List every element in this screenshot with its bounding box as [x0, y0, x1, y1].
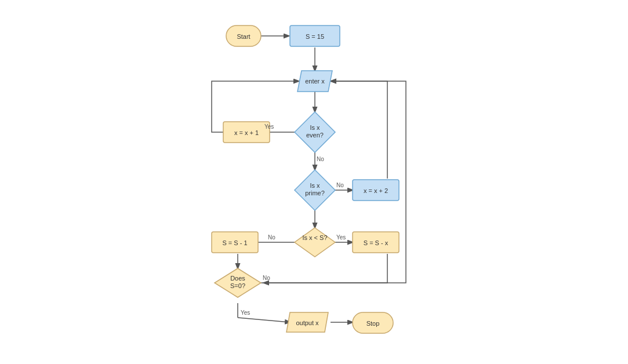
svg-text:S = S - x: S = S - x	[364, 239, 389, 246]
svg-text:No: No	[317, 156, 324, 162]
svg-text:Start: Start	[237, 33, 250, 40]
svg-text:Does: Does	[230, 275, 245, 282]
svg-text:x = x + 1: x = x + 1	[234, 129, 259, 136]
svg-text:No: No	[336, 182, 344, 188]
svg-text:Is x: Is x	[310, 124, 320, 131]
svg-text:output x: output x	[296, 319, 319, 326]
svg-text:S = 15: S = 15	[306, 33, 324, 40]
svg-text:Stop: Stop	[366, 320, 380, 327]
svg-text:prime?: prime?	[305, 190, 325, 196]
svg-text:Is x: Is x	[310, 182, 320, 189]
flowchart-svg: Start S = 15 enter x Is x even? x = x + …	[0, 0, 628, 364]
svg-text:enter x: enter x	[305, 78, 325, 85]
svg-marker-28	[295, 228, 335, 257]
svg-text:even?: even?	[306, 132, 324, 139]
svg-text:Is x < S?: Is x < S?	[302, 234, 327, 241]
svg-text:Yes: Yes	[264, 123, 274, 130]
svg-text:x = x + 2: x = x + 2	[364, 187, 388, 194]
flowchart: Start S = 15 enter x Is x even? x = x + …	[0, 0, 628, 364]
svg-text:No: No	[268, 234, 275, 241]
svg-text:No: No	[263, 275, 270, 281]
svg-text:Yes: Yes	[241, 310, 250, 316]
svg-text:S=0?: S=0?	[230, 282, 245, 289]
svg-text:S = S - 1: S = S - 1	[222, 239, 247, 246]
svg-text:Yes: Yes	[336, 234, 346, 241]
